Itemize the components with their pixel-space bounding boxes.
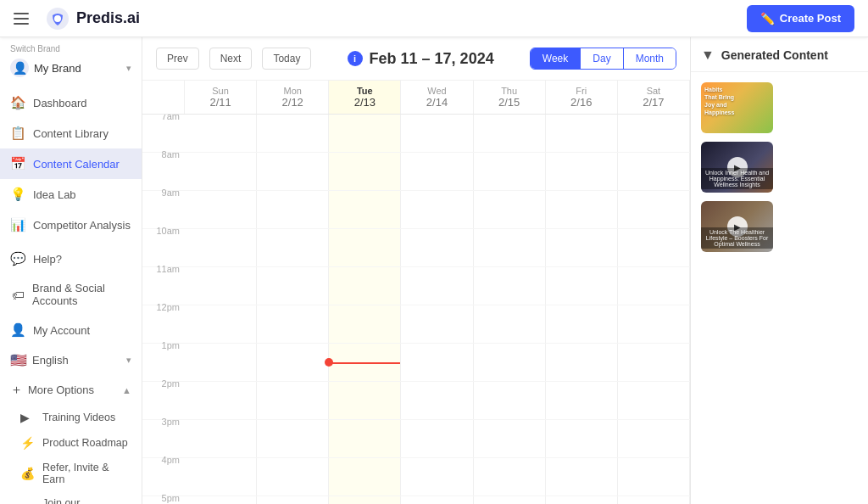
time-cell-day3-3pm[interactable] xyxy=(401,420,473,457)
time-cell-day5-11am[interactable] xyxy=(546,267,618,305)
next-button[interactable]: Next xyxy=(209,48,253,70)
time-cell-day1-2pm[interactable] xyxy=(257,382,329,419)
time-cell-day2-12pm[interactable] xyxy=(329,305,401,343)
time-cell-day6-1pm[interactable] xyxy=(618,344,690,381)
time-cell-day0-1pm[interactable] xyxy=(185,344,257,381)
time-cell-day1-3pm[interactable] xyxy=(257,420,329,457)
time-cell-day5-5pm[interactable] xyxy=(546,496,618,504)
view-week-button[interactable]: Week xyxy=(531,48,581,69)
today-button[interactable]: Today xyxy=(262,48,311,70)
time-cell-day6-12pm[interactable] xyxy=(618,305,690,343)
time-cell-day4-9am[interactable] xyxy=(474,191,546,228)
time-cell-day5-1pm[interactable] xyxy=(546,344,618,381)
time-cell-day5-2pm[interactable] xyxy=(546,382,618,419)
sidebar-item-my-account[interactable]: 👤 My Account xyxy=(0,315,142,345)
time-cell-day0-7am[interactable] xyxy=(185,115,257,152)
time-cell-day2-7am[interactable] xyxy=(329,115,401,152)
time-cell-day2-2pm[interactable] xyxy=(329,382,401,419)
time-cell-day6-8am[interactable] xyxy=(618,153,690,190)
sidebar-sub-item-join-community[interactable]: 👥 Join our Community xyxy=(0,491,142,504)
hamburger-menu[interactable] xyxy=(14,13,29,25)
time-cell-day5-12pm[interactable] xyxy=(546,305,618,343)
sidebar-item-help[interactable]: 💬 Help? xyxy=(0,244,142,274)
time-cell-day1-5pm[interactable] xyxy=(257,496,329,504)
time-cell-day0-11am[interactable] xyxy=(185,267,257,305)
time-cell-day1-4pm[interactable] xyxy=(257,458,329,496)
time-cell-day3-7am[interactable] xyxy=(401,115,473,152)
time-cell-day2-11am[interactable] xyxy=(329,267,401,305)
sidebar-item-brand-social[interactable]: 🏷 Brand & Social Accounts xyxy=(0,274,142,315)
time-cell-day2-5pm[interactable] xyxy=(329,496,401,504)
sidebar-item-dashboard[interactable]: 🏠 Dashboard xyxy=(0,87,142,118)
time-cell-day4-10am[interactable] xyxy=(474,229,546,266)
time-cell-day0-3pm[interactable] xyxy=(185,420,257,457)
time-cell-day4-2pm[interactable] xyxy=(474,382,546,419)
time-cell-day5-9am[interactable] xyxy=(546,191,618,228)
time-cell-day0-5pm[interactable] xyxy=(185,496,257,504)
time-cell-day6-5pm[interactable] xyxy=(618,496,690,504)
time-cell-day4-3pm[interactable] xyxy=(474,420,546,457)
filter-icon[interactable]: ▼ xyxy=(701,48,715,63)
time-cell-day2-8am[interactable] xyxy=(329,153,401,190)
info-icon[interactable]: i xyxy=(348,51,363,66)
time-cell-day3-8am[interactable] xyxy=(401,153,473,190)
time-cell-day0-2pm[interactable] xyxy=(185,382,257,419)
time-cell-day6-10am[interactable] xyxy=(618,229,690,266)
time-cell-day3-9am[interactable] xyxy=(401,191,473,228)
sidebar-item-competitor-analysis[interactable]: 📊 Competitor Analysis xyxy=(0,210,142,240)
time-cell-day0-12pm[interactable] xyxy=(185,305,257,343)
time-cell-day5-7am[interactable] xyxy=(546,115,618,152)
time-cell-day1-10am[interactable] xyxy=(257,229,329,266)
content-item-2[interactable]: ▶ Unlock Inner Health and Happiness: Ess… xyxy=(701,142,858,193)
time-cell-day1-8am[interactable] xyxy=(257,153,329,190)
sidebar-item-idea-lab[interactable]: 💡 Idea Lab xyxy=(0,179,142,210)
time-cell-day6-3pm[interactable] xyxy=(618,420,690,457)
time-cell-day0-9am[interactable] xyxy=(185,191,257,228)
prev-button[interactable]: Prev xyxy=(156,48,199,70)
time-cell-day0-8am[interactable] xyxy=(185,153,257,190)
time-cell-day2-1pm[interactable] xyxy=(329,344,401,381)
time-cell-day3-2pm[interactable] xyxy=(401,382,473,419)
time-cell-day0-10am[interactable] xyxy=(185,229,257,266)
sidebar-sub-item-refer-invite[interactable]: 💰 Refer, Invite & Earn xyxy=(0,456,142,491)
time-cell-day4-4pm[interactable] xyxy=(474,458,546,496)
time-cell-day2-10am[interactable] xyxy=(329,229,401,266)
time-cell-day1-11am[interactable] xyxy=(257,267,329,305)
time-cell-day4-8am[interactable] xyxy=(474,153,546,190)
time-cell-day2-4pm[interactable] xyxy=(329,458,401,496)
time-cell-day3-4pm[interactable] xyxy=(401,458,473,496)
time-cell-day2-3pm[interactable] xyxy=(329,420,401,457)
time-cell-day4-1pm[interactable] xyxy=(474,344,546,381)
more-options-toggle[interactable]: ＋ More Options ▲ xyxy=(0,375,142,405)
time-cell-day3-1pm[interactable] xyxy=(401,344,473,381)
time-cell-day6-7am[interactable] xyxy=(618,115,690,152)
time-cell-day5-10am[interactable] xyxy=(546,229,618,266)
time-cell-day4-7am[interactable] xyxy=(474,115,546,152)
time-cell-day6-4pm[interactable] xyxy=(618,458,690,496)
time-cell-day3-10am[interactable] xyxy=(401,229,473,266)
time-cell-day1-12pm[interactable] xyxy=(257,305,329,343)
time-cell-day5-3pm[interactable] xyxy=(546,420,618,457)
time-cell-day6-2pm[interactable] xyxy=(618,382,690,419)
sidebar-item-content-calendar[interactable]: 📅 Content Calendar xyxy=(0,148,142,179)
time-cell-day4-12pm[interactable] xyxy=(474,305,546,343)
time-cell-day2-9am[interactable] xyxy=(329,191,401,228)
time-cell-day5-4pm[interactable] xyxy=(546,458,618,496)
time-cell-day3-12pm[interactable] xyxy=(401,305,473,343)
time-cell-day4-5pm[interactable] xyxy=(474,496,546,504)
sidebar-sub-item-product-roadmap[interactable]: ⚡ Product Roadmap xyxy=(0,430,142,456)
view-day-button[interactable]: Day xyxy=(581,48,623,69)
time-cell-day0-4pm[interactable] xyxy=(185,458,257,496)
time-cell-day3-5pm[interactable] xyxy=(401,496,473,504)
time-cell-day1-7am[interactable] xyxy=(257,115,329,152)
content-item-1[interactable]: HabitsThat BringJoy andHappiness xyxy=(701,82,858,133)
time-cell-day1-1pm[interactable] xyxy=(257,344,329,381)
time-cell-day3-11am[interactable] xyxy=(401,267,473,305)
language-selector[interactable]: 🇺🇸 English ▾ xyxy=(0,345,142,375)
time-cell-day6-9am[interactable] xyxy=(618,191,690,228)
time-cell-day1-9am[interactable] xyxy=(257,191,329,228)
time-cell-day5-8am[interactable] xyxy=(546,153,618,190)
view-month-button[interactable]: Month xyxy=(624,48,676,69)
brand-selector[interactable]: 👤 My Brand ▾ xyxy=(0,55,142,84)
sidebar-sub-item-training-videos[interactable]: ▶ Training Videos xyxy=(0,405,142,430)
